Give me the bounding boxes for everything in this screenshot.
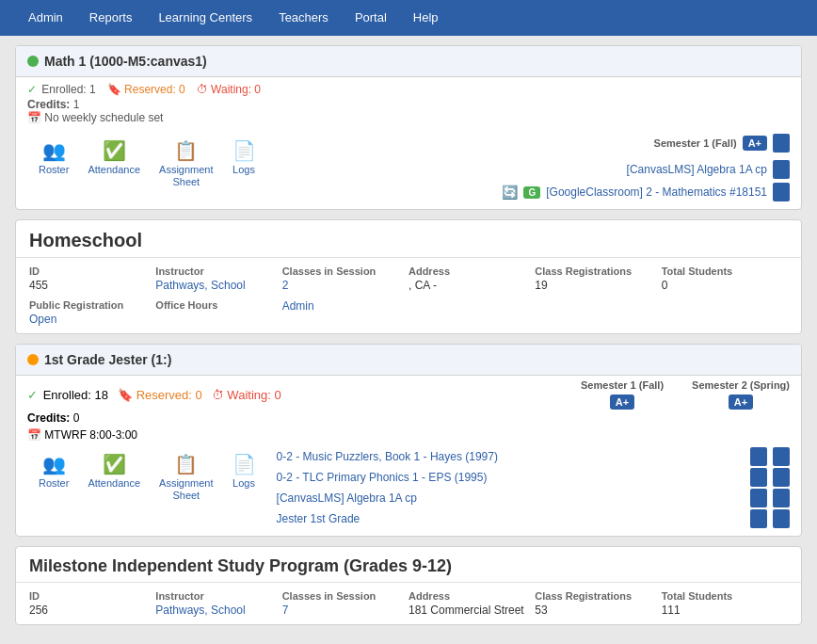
homeschool-card: Homeschool ID 455 Instructor Pathways, S…: [15, 219, 802, 334]
homeschool-admin-cell: Admin: [282, 299, 408, 326]
jester-book-s2-2: [773, 489, 790, 507]
math-enrolled: ✓ Enrolled: 1: [27, 83, 96, 96]
students-value: 0: [662, 279, 788, 292]
jester-course-link-2[interactable]: [CanvasLMS] Algebra 1A cp: [277, 491, 417, 505]
math-waiting: ⏱ Waiting: 0: [197, 83, 261, 96]
homeschool-students-cell: Total Students 0: [662, 266, 788, 292]
jester-book-s2-3: [773, 509, 790, 528]
jester-book-s1-2: [750, 489, 767, 507]
jester-reserved: 🔖 Reserved: 0: [118, 388, 202, 402]
classes-value[interactable]: 2: [282, 279, 408, 292]
milestone-students-cell: Total Students 111: [662, 590, 788, 617]
jester-attendance-button[interactable]: ✅ Attendance: [88, 453, 140, 489]
math-title: Math 1 (1000-M5:canvas1): [44, 54, 207, 69]
jester-logs-icon: 📄: [232, 453, 256, 475]
attendance-button[interactable]: ✅ Attendance: [88, 139, 140, 175]
jester-semester1-col: Semester 1 (Fall) A+: [581, 379, 664, 410]
jester-roster-button[interactable]: 👥 Roster: [39, 453, 69, 489]
math-reserved: 🔖 Reserved: 0: [107, 83, 185, 96]
math-status-dot: [27, 56, 39, 67]
id-label: ID: [29, 266, 155, 277]
jester-books-0: [750, 447, 790, 466]
milestone-classes-label: Classes in Session: [282, 590, 408, 602]
instructor-label: Instructor: [155, 266, 281, 277]
canvas-book-icon: [773, 160, 790, 179]
google-book-icon: [773, 183, 790, 201]
registrations-value: 19: [535, 279, 661, 292]
students-label: Total Students: [662, 266, 788, 277]
classes-label: Classes in Session: [282, 266, 408, 277]
jester-logs-button[interactable]: 📄 Logs: [232, 453, 256, 489]
office-hours-label: Office Hours: [155, 299, 281, 311]
math-semester-header: Semester 1 (Fall) A+: [277, 134, 790, 153]
math-right-panel: Semester 1 (Fall) A+ [CanvasLMS] Algebra…: [277, 134, 790, 201]
jester-left-status: ✓ Enrolled: 18 🔖 Reserved: 0 ⏱ Waiting: …: [27, 388, 281, 402]
milestone-address-label: Address: [408, 590, 535, 602]
roster-button[interactable]: 👥 Roster: [39, 139, 69, 175]
math-toolbar: 👥 Roster ✅ Attendance 📋 AssignmentSheet …: [27, 134, 267, 201]
registrations-label: Class Registrations: [535, 266, 661, 277]
nav-help[interactable]: Help: [400, 0, 452, 36]
milestone-registrations-cell: Class Registrations 53: [535, 590, 661, 617]
jester-waiting: ⏱ Waiting: 0: [212, 388, 281, 402]
google-course-row: 🔄 G [GoogleClassroom] 2 - Mathematics #1…: [277, 183, 790, 201]
nav-admin[interactable]: Admin: [15, 0, 76, 36]
homeschool-public-reg-cell: Public Registration Open: [29, 299, 155, 326]
admin-link[interactable]: Admin: [282, 299, 408, 313]
jester-book-s2: [773, 447, 790, 466]
jester-books-3: [750, 509, 790, 528]
public-reg-link[interactable]: Open: [29, 313, 155, 326]
math-status-row: ✓ Enrolled: 1 🔖 Reserved: 0 ⏱ Waiting: 0: [27, 83, 790, 96]
sync-icon: 🔄: [502, 185, 518, 200]
milestone-id: 256: [29, 604, 155, 617]
jester-course-link-1[interactable]: 0-2 - TLC Primary Phonics 1 - EPS (1995): [277, 471, 488, 484]
homeschool-title: Homeschool: [16, 220, 801, 258]
homeschool-classes-cell: Classes in Session 2: [282, 266, 408, 292]
milestone-instructor-link[interactable]: Pathways, School: [155, 604, 281, 617]
milestone-instructor-cell: Instructor Pathways, School: [155, 590, 281, 617]
math-credits: Credits: 1: [27, 98, 790, 111]
jester-card: 1st Grade Jester (1:) ✓ Enrolled: 18 🔖 R…: [15, 344, 802, 537]
math-body: 👥 Roster ✅ Attendance 📋 AssignmentSheet …: [16, 130, 801, 209]
jester-assignment-button[interactable]: 📋 AssignmentSheet: [159, 453, 213, 502]
public-reg-label: Public Registration: [29, 299, 155, 311]
jester-course-link-3[interactable]: Jester 1st Grade: [277, 512, 360, 525]
homeschool-id: 455: [29, 279, 155, 292]
nav-portal[interactable]: Portal: [342, 0, 400, 36]
milestone-students-label: Total Students: [662, 590, 788, 602]
milestone-classes-cell: Classes in Session 7: [282, 590, 408, 617]
instructor-link[interactable]: Pathways, School: [155, 279, 281, 292]
canvas-course-link[interactable]: [CanvasLMS] Algebra 1A cp: [627, 163, 767, 176]
jester-grade2-badge: A+: [729, 394, 753, 410]
milestone-address: 181 Commercial Street: [408, 604, 535, 617]
nav-learning-centers[interactable]: Learning Centers: [145, 0, 265, 36]
nav-teachers[interactable]: Teachers: [265, 0, 342, 36]
logs-button[interactable]: 📄 Logs: [232, 139, 256, 175]
milestone-classes-value[interactable]: 7: [282, 604, 408, 617]
homeschool-office-hours-cell: Office Hours: [155, 299, 281, 326]
jester-course-link-0[interactable]: 0-2 - Music Puzzlers, Book 1 - Hayes (19…: [277, 450, 498, 463]
jester-course-row-1: 0-2 - TLC Primary Phonics 1 - EPS (1995): [277, 468, 790, 487]
jester-header: 1st Grade Jester (1:): [16, 345, 801, 376]
assignment-sheet-button[interactable]: 📋 AssignmentSheet: [159, 139, 213, 188]
jester-books-1: [750, 468, 790, 487]
jester-roster-icon: 👥: [42, 453, 66, 475]
homeschool-registrations-cell: Class Registrations 19: [535, 266, 661, 292]
math-schedule: 📅 No weekly schedule set: [27, 111, 790, 124]
homeschool-instructor-cell: Instructor Pathways, School: [155, 266, 281, 292]
google-label: G: [523, 186, 540, 199]
jester-body: ✓ Enrolled: 18 🔖 Reserved: 0 ⏱ Waiting: …: [16, 376, 801, 536]
jester-assignment-icon: 📋: [174, 453, 198, 475]
google-course-link[interactable]: [GoogleClassroom] 2 - Mathematics #18151: [546, 185, 767, 199]
milestone-id-label: ID: [29, 590, 155, 602]
jester-courses-area: 👥 Roster ✅ Attendance 📋 AssignmentSheet …: [27, 447, 790, 528]
jester-enrolled: ✓ Enrolled: 18: [27, 388, 108, 402]
address-value: , CA -: [408, 279, 535, 292]
nav-reports[interactable]: Reports: [76, 0, 146, 36]
milestone-address-cell: Address 181 Commercial Street: [408, 590, 535, 617]
jester-status-dot: [27, 354, 39, 365]
jester-semester2-col: Semester 2 (Spring) A+: [692, 379, 790, 410]
math-book-icon: [773, 134, 790, 153]
math-card: Math 1 (1000-M5:canvas1) ✓ Enrolled: 1 🔖…: [15, 45, 802, 210]
jester-toolbar: 👥 Roster ✅ Attendance 📋 AssignmentSheet …: [27, 447, 267, 528]
